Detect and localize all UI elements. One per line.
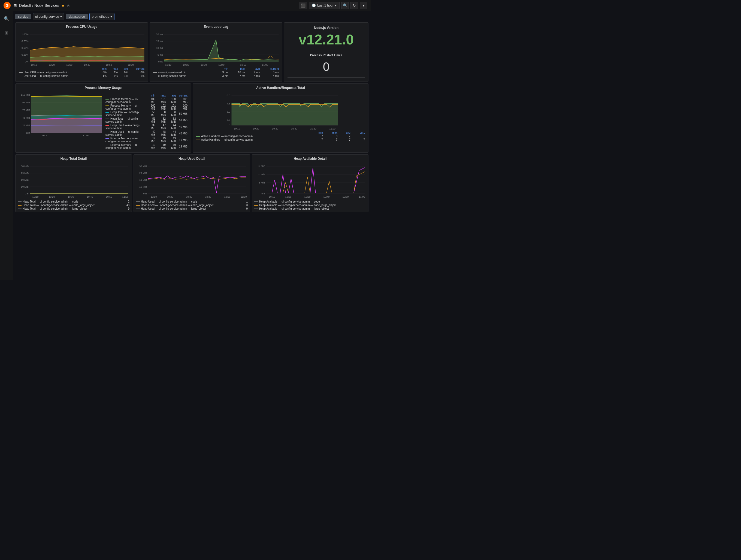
svg-text:10:20: 10:20 (183, 64, 189, 66)
nodejs-version: v12.21.0 (287, 32, 365, 48)
cpu-usage-chart: 1.00% 0.75% 0.50% 0.25% 0% 10:10 10:20 1… (18, 32, 145, 67)
chevron-down-icon: ▾ (335, 4, 337, 7)
heap-total-chart: 38 MiB 29 MiB 19 MiB 10 MiB 0 B 10:10 10… (18, 164, 129, 199)
heap-available-chart: 14 MiB 10 MiB 5 MiB 0 B 10:10 10:20 10:3… (254, 164, 366, 199)
cpu-usage-panel: Process CPU Usage 1.00% 0.75% 0.50% 0.25… (15, 22, 148, 82)
nodejs-section: Node.js Version v12.21.0 (284, 23, 368, 51)
svg-text:19 MiB: 19 MiB (139, 179, 147, 181)
svg-text:G: G (6, 3, 9, 8)
svg-text:10:30: 10:30 (68, 195, 74, 198)
heap-available-panel: Heap Available Detail 14 MiB 10 MiB 5 Mi… (252, 154, 368, 212)
svg-text:10.0: 10.0 (225, 94, 230, 97)
svg-text:38 MiB: 38 MiB (21, 165, 28, 168)
svg-text:10:10: 10:10 (31, 64, 37, 66)
row1: Process CPU Usage 1.00% 0.75% 0.50% 0.25… (15, 22, 368, 82)
memory-body: 119 MiB 95 MiB 72 MiB 48 MiB 24 MiB 0 B … (15, 91, 191, 152)
svg-text:10:20: 10:20 (49, 195, 55, 198)
memory-chart-col: 119 MiB 95 MiB 72 MiB 48 MiB 24 MiB 0 B … (18, 93, 102, 151)
tv-mode-button[interactable]: ⬛ (299, 2, 307, 9)
search-button[interactable]: 🔍 (341, 2, 349, 9)
svg-text:11:00: 11:00 (128, 64, 134, 66)
svg-text:1.00%: 1.00% (21, 33, 28, 36)
time-range-button[interactable]: 🕐 Last 1 hour ▾ (309, 2, 340, 9)
svg-text:10:40: 10:40 (87, 195, 93, 198)
star-icon[interactable]: ★ (61, 3, 65, 8)
row2: Process Memory Usage 119 MiB (15, 83, 368, 153)
svg-text:10 MiB: 10 MiB (258, 173, 265, 176)
table-row: External Memory — ui-config-service-admi… (105, 137, 189, 143)
service-filter-value: ui-config-service (35, 15, 59, 18)
svg-text:0.75%: 0.75% (21, 40, 28, 43)
cpu-legend-current-header: current (129, 67, 145, 71)
svg-text:10:40: 10:40 (218, 64, 224, 66)
svg-text:10:50: 10:50 (106, 195, 112, 198)
cpu-legend-avg-header: avg (119, 67, 129, 71)
list-item: Heap Used — ui-config-service-admin — co… (136, 204, 248, 207)
heap-total-body: 38 MiB 29 MiB 19 MiB 10 MiB 0 B 10:10 10… (15, 162, 132, 212)
svg-text:10:20: 10:20 (253, 127, 259, 130)
service-filter-select[interactable]: ui-config-service ▾ (33, 13, 64, 20)
svg-text:24 MiB: 24 MiB (22, 124, 30, 127)
svg-text:10:20: 10:20 (167, 195, 173, 198)
table-row: Active Handlers — ui-config-service-admi… (195, 138, 366, 141)
service-chevron-icon: ▾ (60, 15, 62, 18)
datasource-filter-select[interactable]: prometheus ▾ (89, 13, 115, 20)
topbar-right: ⬛ 🕐 Last 1 hour ▾ 🔍 ↻ ▾ (299, 2, 367, 9)
heap-used-title: Heap Used Detail (134, 154, 250, 162)
svg-text:14 MiB: 14 MiB (258, 165, 265, 168)
svg-text:10:10: 10:10 (165, 64, 172, 66)
share-icon[interactable]: ⎘ (67, 3, 69, 8)
svg-text:0: 0 (229, 124, 230, 127)
cpu-usage-legend: min max avg current User CPU — ui-config… (18, 67, 145, 78)
datasource-filter-value: prometheus (92, 15, 109, 18)
svg-text:10:20: 10:20 (285, 195, 291, 198)
heap-available-body: 14 MiB 10 MiB 5 MiB 0 B 10:10 10:20 10:3… (252, 162, 368, 212)
svg-text:11:00: 11:00 (241, 195, 247, 198)
svg-text:5.0: 5.0 (227, 110, 230, 113)
memory-title: Process Memory Usage (15, 84, 191, 91)
table-row: User CPU — ui-config-service-admin 1%1%1… (18, 74, 145, 78)
refresh-button[interactable]: ↻ (350, 2, 358, 9)
svg-text:119 MiB: 119 MiB (21, 94, 30, 96)
heap-used-legend: Heap Used — ui-config-service-admin — co… (136, 200, 248, 210)
service-filter-label: service (15, 14, 31, 19)
svg-text:95 MiB: 95 MiB (22, 101, 30, 104)
time-range-label: Last 1 hour (317, 4, 334, 7)
list-item: Heap Available — ui-config-service-admin… (254, 207, 366, 210)
nodejs-title: Node.js Version (287, 26, 365, 30)
table-row: User CPU — ui-config-service-admin 0%1%0… (18, 71, 145, 74)
svg-text:10:30: 10:30 (201, 64, 207, 66)
svg-text:2.5: 2.5 (227, 119, 230, 121)
table-row: Heap Used — ui-config-service-admin 40 M… (105, 130, 189, 137)
table-row: Heap Total — ui-config-service-admin 50 … (105, 110, 189, 117)
memory-chart: 119 MiB 95 MiB 72 MiB 48 MiB 24 MiB 0 B … (18, 93, 102, 136)
active-handlers-panel: Active Handlers/Requests Total 10.0 7.5 … (193, 83, 368, 153)
svg-text:11:00: 11:00 (262, 64, 268, 66)
topbar: G ⊞ Default / Node Services ★ ⎘ ⬛ 🕐 Last… (0, 0, 370, 11)
row3: Heap Total Detail 38 MiB 29 MiB 19 MiB 1… (15, 154, 368, 212)
cpu-usage-title: Process CPU Usage (15, 23, 148, 30)
event-loop-panel: Event Loop Lag 20 ms 15 ms 10 ms 5 ms 0 … (150, 22, 282, 82)
svg-text:0.50%: 0.50% (21, 47, 28, 49)
memory-panel: Process Memory Usage 119 MiB (15, 83, 191, 153)
svg-text:10:50: 10:50 (310, 127, 317, 130)
sidebar-dashboards-icon[interactable]: ⊞ (2, 28, 11, 38)
heap-used-chart: 38 MiB 29 MiB 19 MiB 10 MiB 0 B 10:10 10… (136, 164, 248, 199)
svg-text:10:10: 10:10 (269, 195, 275, 198)
svg-text:10 MiB: 10 MiB (21, 185, 28, 188)
svg-text:10:30: 10:30 (66, 64, 72, 66)
svg-text:10:40: 10:40 (84, 64, 90, 66)
table-row: Process Memory — ui-config-service-admin… (105, 104, 189, 110)
settings-dropdown[interactable]: ▾ (360, 2, 367, 9)
svg-text:10:30: 10:30 (186, 195, 192, 198)
svg-text:11:00: 11:00 (83, 134, 89, 136)
svg-text:11:00: 11:00 (359, 195, 365, 198)
memory-legend-col: min max avg current Process Memory — ui-… (102, 93, 189, 151)
sidebar-search-icon[interactable]: 🔍 (2, 14, 11, 23)
cpu-legend-min-header: min (97, 67, 108, 71)
topbar-title: ⊞ Default / Node Services ★ ⎘ (14, 3, 297, 8)
heap-used-panel: Heap Used Detail 38 MiB 29 MiB 19 MiB 10… (134, 154, 250, 212)
svg-text:0 B: 0 B (143, 192, 147, 195)
svg-text:20 ms: 20 ms (156, 33, 163, 36)
heap-total-title: Heap Total Detail (15, 154, 132, 162)
